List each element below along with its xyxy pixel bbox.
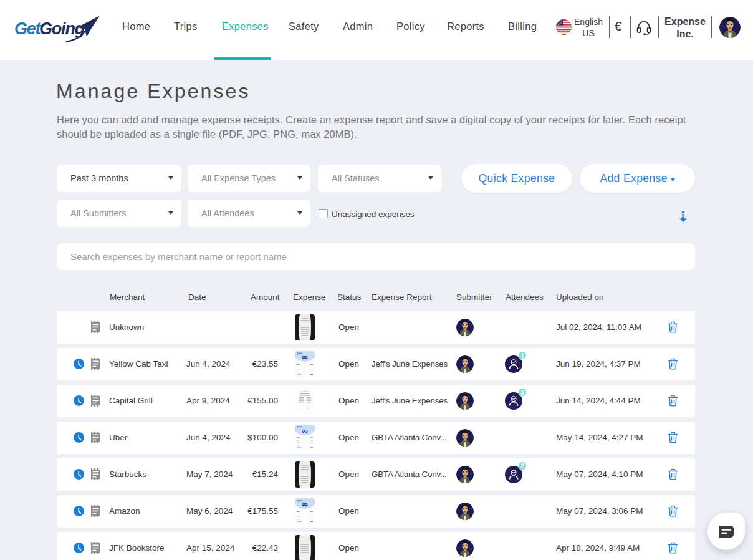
svg-text:Get: Get [14,19,42,38]
svg-text:Going: Going [39,19,85,38]
